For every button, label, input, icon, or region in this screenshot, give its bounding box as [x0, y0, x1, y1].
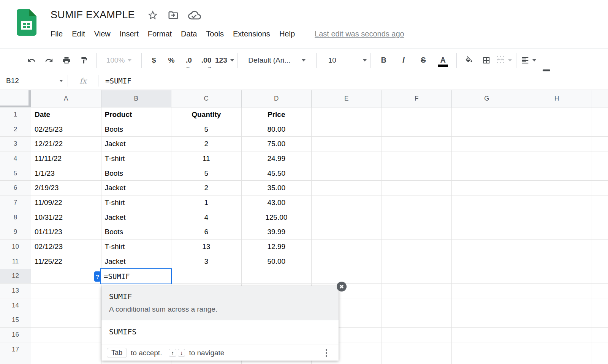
italic-button[interactable]: I: [394, 53, 413, 68]
row-header-6[interactable]: 6: [0, 181, 31, 195]
name-box[interactable]: B12: [0, 77, 68, 85]
cell-A11[interactable]: 11/25/22: [31, 254, 101, 269]
cell-F12[interactable]: [382, 269, 452, 284]
cell-C2[interactable]: 5: [171, 122, 242, 137]
close-autocomplete-button[interactable]: [337, 282, 347, 292]
cell-B2[interactable]: Boots: [101, 122, 172, 137]
borders-button[interactable]: [478, 53, 495, 68]
row-header-13[interactable]: 13: [0, 284, 31, 298]
cell-D9[interactable]: 39.99: [242, 225, 312, 240]
print-button[interactable]: [58, 53, 75, 68]
cell-F10[interactable]: [382, 240, 452, 254]
cell-H6[interactable]: [522, 181, 592, 195]
cell-G1[interactable]: [452, 107, 522, 122]
row-header-10[interactable]: 10: [0, 240, 31, 254]
cell-G8[interactable]: [452, 210, 522, 225]
cell-C5[interactable]: 5: [171, 166, 242, 181]
cell-F11[interactable]: [382, 254, 452, 269]
cell-A2[interactable]: 02/25/23: [31, 122, 101, 137]
cell-F17[interactable]: [382, 342, 452, 357]
cell-C6[interactable]: 2: [171, 181, 242, 195]
column-header-A[interactable]: A: [31, 90, 101, 107]
cell-B10[interactable]: T-shirt: [101, 240, 172, 254]
cell-H1[interactable]: [522, 107, 592, 122]
cell-E8[interactable]: [312, 210, 382, 225]
cell-F13[interactable]: [382, 284, 452, 298]
row-header-11[interactable]: 11: [0, 254, 31, 269]
cell-F3[interactable]: [382, 137, 452, 151]
cell-H10[interactable]: [522, 240, 592, 254]
cell-A7[interactable]: 11/09/22: [31, 195, 101, 210]
cell-G3[interactable]: [452, 137, 522, 151]
cell-H11[interactable]: [522, 254, 592, 269]
column-header-D[interactable]: D: [242, 90, 312, 107]
row-header-16[interactable]: 16: [0, 328, 31, 342]
cell-F9[interactable]: [382, 225, 452, 240]
cell-D7[interactable]: 43.00: [242, 195, 312, 210]
cell-B8[interactable]: Jacket: [101, 210, 172, 225]
cell-B3[interactable]: Jacket: [101, 137, 172, 151]
more-options-kebab-icon[interactable]: [324, 348, 329, 358]
cell-H9[interactable]: [522, 225, 592, 240]
cell-F2[interactable]: [382, 122, 452, 137]
font-size-select[interactable]: 10: [320, 53, 367, 68]
cell-H13[interactable]: [522, 284, 592, 298]
cloud-saved-icon[interactable]: [188, 10, 201, 20]
cell-H2[interactable]: [522, 122, 592, 137]
menu-extensions[interactable]: Extensions: [228, 27, 275, 41]
formula-help-badge[interactable]: ?: [94, 271, 101, 282]
cell-A4[interactable]: 11/11/22: [31, 151, 101, 166]
row-header-14[interactable]: 14: [0, 298, 31, 313]
autocomplete-item-sumif[interactable]: SUMIF A conditional sum across a range.: [101, 286, 339, 320]
cell-A1[interactable]: Date: [31, 107, 101, 122]
cell-C10[interactable]: 13: [171, 240, 242, 254]
cell-G13[interactable]: [452, 284, 522, 298]
cell-F16[interactable]: [382, 328, 452, 342]
formula-input[interactable]: =SUMIF: [105, 77, 131, 85]
menu-help[interactable]: Help: [275, 27, 299, 41]
cell-C8[interactable]: 4: [171, 210, 242, 225]
row-header-2[interactable]: 2: [0, 122, 31, 137]
cell-E7[interactable]: [312, 195, 382, 210]
fill-color-button[interactable]: [460, 53, 478, 68]
cell-F1[interactable]: [382, 107, 452, 122]
cell-A[interactable]: [31, 357, 101, 364]
cell-E10[interactable]: [312, 240, 382, 254]
cell-E5[interactable]: [312, 166, 382, 181]
cell-F5[interactable]: [382, 166, 452, 181]
column-header-B[interactable]: B: [101, 90, 172, 107]
cell-D3[interactable]: 75.00: [242, 137, 312, 151]
cell-G17[interactable]: [452, 342, 522, 357]
select-all-corner[interactable]: [0, 90, 31, 107]
star-icon[interactable]: [147, 9, 158, 21]
cell-G15[interactable]: [452, 313, 522, 328]
column-header-F[interactable]: F: [382, 90, 452, 107]
cell-D8[interactable]: 125.00: [242, 210, 312, 225]
cell-H14[interactable]: [522, 298, 592, 313]
cell-C9[interactable]: 6: [171, 225, 242, 240]
cell-B9[interactable]: Boots: [101, 225, 172, 240]
cell-C12[interactable]: [171, 269, 242, 284]
menu-tools[interactable]: Tools: [201, 27, 228, 41]
cell-A6[interactable]: 2/19/23: [31, 181, 101, 195]
cell-A15[interactable]: [31, 313, 101, 328]
cell-H3[interactable]: [522, 137, 592, 151]
cell-H8[interactable]: [522, 210, 592, 225]
row-header-8[interactable]: 8: [0, 210, 31, 225]
row-header-12[interactable]: 12: [0, 269, 31, 284]
cell-D12[interactable]: [242, 269, 312, 284]
cell-A14[interactable]: [31, 298, 101, 313]
row-header-5[interactable]: 5: [0, 166, 31, 181]
cell-A17[interactable]: [31, 342, 101, 357]
redo-button[interactable]: [40, 53, 58, 68]
cell-C1[interactable]: Quantity: [171, 107, 242, 122]
last-edit-link[interactable]: Last edit was seconds ago: [315, 30, 404, 38]
row-header-4[interactable]: 4: [0, 151, 31, 166]
cell-G2[interactable]: [452, 122, 522, 137]
row-header-9[interactable]: 9: [0, 225, 31, 240]
document-title[interactable]: SUMIF EXAMPLE: [51, 9, 135, 21]
merge-cells-button[interactable]: [495, 53, 513, 68]
cell-E1[interactable]: [312, 107, 382, 122]
cell-B5[interactable]: Boots: [101, 166, 172, 181]
format-currency-button[interactable]: $: [145, 53, 163, 68]
